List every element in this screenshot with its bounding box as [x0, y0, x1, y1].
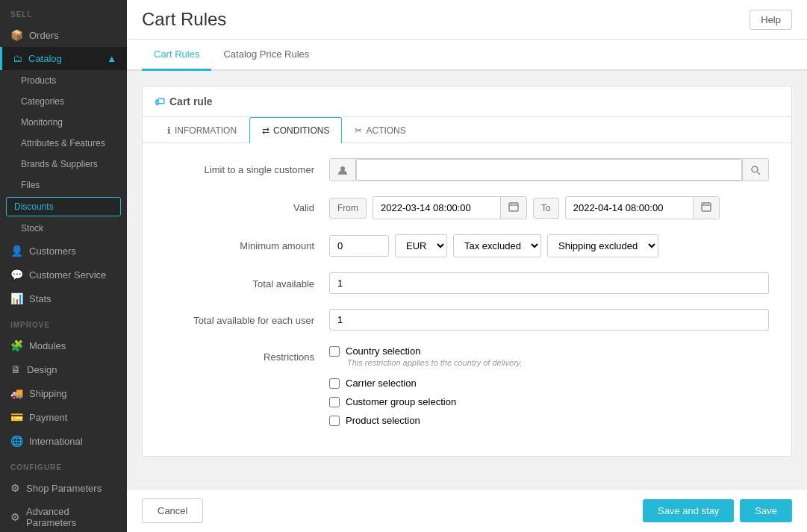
inner-tab-information[interactable]: ℹ INFORMATION — [155, 117, 249, 143]
svg-rect-3 — [509, 203, 518, 211]
restriction-product-item: Product selection — [329, 415, 523, 426]
sidebar-item-files-label: Files — [21, 180, 40, 190]
sidebar-item-shipping[interactable]: 🚚 Shipping — [0, 381, 127, 405]
minimum-amount-input[interactable] — [329, 235, 389, 257]
sidebar-item-discounts[interactable]: Discounts — [6, 197, 121, 216]
country-selection-checkbox[interactable] — [329, 346, 340, 357]
svg-point-1 — [752, 166, 758, 172]
customer-group-selection-checkbox[interactable] — [329, 397, 340, 407]
sidebar-item-modules[interactable]: 🧩 Modules — [0, 334, 127, 357]
sidebar-item-customers[interactable]: 👤 Customers — [0, 239, 127, 263]
sidebar-item-orders[interactable]: 📦 Orders — [0, 23, 127, 47]
restriction-carrier-item: Carrier selection — [329, 378, 523, 389]
tax-select[interactable]: Tax excluded Tax included — [453, 234, 541, 257]
country-selection-label: Country selection — [346, 345, 420, 357]
restrictions-row: Restrictions Country selection This rest… — [165, 345, 769, 426]
product-selection-label: Product selection — [346, 415, 420, 426]
cancel-button[interactable]: Cancel — [142, 498, 203, 523]
sidebar-item-advanced-parameters[interactable]: ⚙ Advanced Parameters — [0, 500, 127, 532]
help-button[interactable]: Help — [750, 10, 792, 30]
sidebar-item-brands-suppliers[interactable]: Brands & Suppliers — [0, 154, 127, 175]
valid-to-input-wrap — [565, 196, 720, 219]
tag-icon: 🏷 — [155, 96, 165, 107]
limit-customer-input[interactable] — [356, 159, 742, 181]
carrier-selection-label: Carrier selection — [346, 378, 417, 389]
svg-line-2 — [758, 172, 761, 175]
limit-customer-input-group — [329, 158, 769, 181]
inner-tab-conditions[interactable]: ⇄ CONDITIONS — [249, 117, 342, 143]
total-per-user-row: Total available for each user — [165, 309, 769, 331]
sidebar-section-improve: IMPROVE — [0, 310, 127, 334]
sidebar-item-attributes-features-label: Attributes & Features — [21, 138, 105, 148]
section-title: Cart rule — [169, 96, 213, 107]
sidebar-item-stock[interactable]: Stock — [0, 218, 127, 239]
carrier-selection-checkbox[interactable] — [329, 378, 340, 389]
currency-select[interactable]: EUR USD GBP — [395, 234, 447, 257]
total-per-user-input[interactable] — [329, 309, 769, 331]
sidebar-item-stats[interactable]: 📊 Stats — [0, 287, 127, 310]
restriction-country-item: Country selection — [329, 345, 523, 357]
sidebar-item-customer-service[interactable]: 💬 Customer Service — [0, 263, 127, 287]
tab-cart-rules[interactable]: Cart Rules — [142, 40, 211, 71]
sidebar-item-international[interactable]: 🌐 International — [0, 429, 127, 453]
sidebar-item-shipping-label: Shipping — [29, 388, 67, 399]
sidebar-item-products[interactable]: Products — [0, 70, 127, 91]
form-area: Limit to a single customer — [143, 143, 791, 456]
actions-icon: ✂ — [355, 125, 362, 136]
sidebar-item-payment[interactable]: 💳 Payment — [0, 405, 127, 429]
advanced-parameters-icon: ⚙ — [10, 511, 20, 523]
limit-customer-row: Limit to a single customer — [165, 158, 769, 181]
sidebar-item-customers-label: Customers — [29, 245, 76, 257]
save-button[interactable]: Save — [740, 499, 792, 522]
international-icon: 🌐 — [10, 435, 23, 447]
valid-from-group: From To — [329, 196, 769, 219]
inner-tab-actions[interactable]: ✂ ACTIONS — [342, 117, 418, 143]
total-available-input[interactable] — [329, 272, 769, 294]
valid-to-calendar-icon[interactable] — [693, 197, 719, 219]
restrictions-controls: Country selection This restriction appli… — [329, 345, 769, 426]
sidebar-item-shop-parameters-label: Shop Parameters — [26, 483, 102, 494]
sidebar-item-categories[interactable]: Categories — [0, 91, 127, 112]
sidebar-item-discounts-label: Discounts — [14, 201, 54, 212]
product-selection-checkbox[interactable] — [329, 416, 340, 426]
inner-tab-conditions-label: CONDITIONS — [273, 125, 329, 136]
inner-tab-information-label: INFORMATION — [175, 125, 237, 136]
sidebar: SELL 📦 Orders 🗂 Catalog ▲ Products Categ… — [0, 0, 127, 532]
valid-to-input[interactable] — [566, 197, 693, 219]
customers-icon: 👤 — [10, 245, 23, 257]
total-per-user-label: Total available for each user — [165, 309, 314, 326]
minimum-amount-controls: EUR USD GBP Tax excluded Tax included Sh… — [329, 234, 769, 257]
sidebar-item-design[interactable]: 🖥 Design — [0, 357, 127, 381]
orders-icon: 📦 — [10, 29, 23, 41]
customer-group-selection-label: Customer group selection — [346, 396, 456, 407]
sidebar-item-files[interactable]: Files — [0, 175, 127, 195]
minimum-amount-label: Minimum amount — [165, 234, 314, 251]
sidebar-item-categories-label: Categories — [21, 96, 64, 107]
sidebar-item-shop-parameters[interactable]: ⚙ Shop Parameters — [0, 476, 127, 500]
modules-icon: 🧩 — [10, 339, 23, 351]
sidebar-item-stats-label: Stats — [29, 293, 52, 304]
sidebar-catalog-group[interactable]: 🗂 Catalog ▲ — [0, 47, 127, 70]
content-area: 🏷 Cart rule ℹ INFORMATION ⇄ CONDITIONS ✂… — [127, 71, 807, 489]
tab-catalog-price-rules[interactable]: Catalog Price Rules — [211, 40, 321, 71]
shipping-select[interactable]: Shipping excluded Shipping included — [547, 234, 658, 257]
page-footer: Cancel Save and stay Save — [127, 489, 807, 532]
customer-search-icon[interactable] — [742, 159, 768, 181]
country-selection-hint: This restriction applies to the country … — [347, 358, 523, 367]
save-and-stay-button[interactable]: Save and stay — [643, 499, 734, 522]
restrictions-label: Restrictions — [165, 345, 314, 363]
total-available-row: Total available — [165, 272, 769, 294]
restriction-group: Country selection This restriction appli… — [329, 345, 523, 426]
sidebar-item-monitoring[interactable]: Monitoring — [0, 112, 127, 133]
sidebar-catalog-subitems: Products Categories Monitoring Attribute… — [0, 70, 127, 239]
section-header: 🏷 Cart rule — [143, 87, 791, 117]
total-available-label: Total available — [165, 272, 314, 290]
page-title: Cart Rules — [142, 9, 226, 30]
minimum-amount-row: Minimum amount EUR USD GBP Tax excluded … — [165, 234, 769, 257]
customer-prefix-icon — [330, 159, 356, 181]
inner-tabs: ℹ INFORMATION ⇄ CONDITIONS ✂ ACTIONS — [143, 117, 791, 143]
valid-from-input[interactable] — [373, 197, 500, 219]
sidebar-catalog-label: Catalog — [28, 53, 62, 64]
sidebar-item-attributes-features[interactable]: Attributes & Features — [0, 133, 127, 154]
valid-from-calendar-icon[interactable] — [500, 197, 526, 219]
